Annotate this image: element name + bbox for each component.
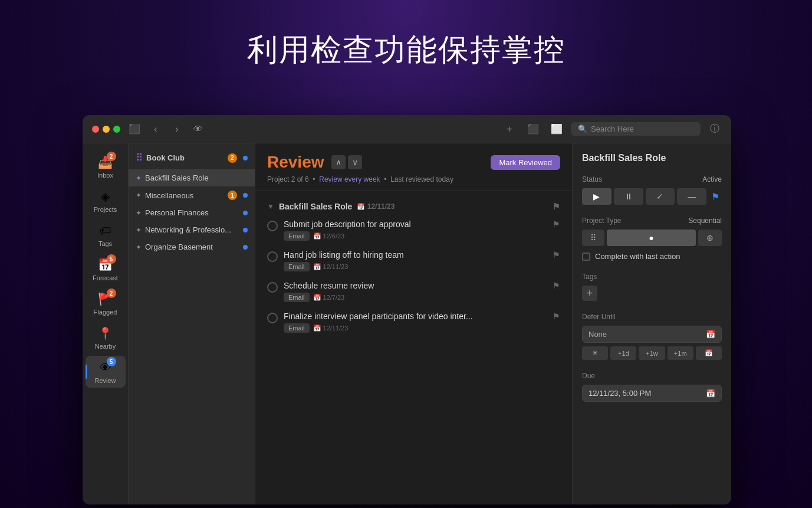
project-item-basement[interactable]: ✦ Organize Basement: [129, 238, 255, 255]
fullscreen-button[interactable]: [113, 126, 120, 133]
sidebar-item-flagged[interactable]: 🚩 2 Flagged: [86, 287, 126, 319]
flag-button[interactable]: ⚑: [709, 189, 722, 205]
task-date-0: 📅 12/6/23: [313, 232, 345, 240]
prev-button[interactable]: ∧: [331, 155, 346, 169]
sidebar-item-nearby[interactable]: 📍 Nearby: [86, 322, 126, 353]
inspector-due-label: Due: [582, 372, 722, 380]
type-sequential-btn[interactable]: ●: [607, 230, 696, 246]
project-item-backfill[interactable]: ✦ Backfill Sales Role: [129, 169, 255, 186]
task-date-1: 📅 12/11/23: [313, 263, 349, 271]
sidebar-item-tags[interactable]: 🏷 Tags: [86, 219, 126, 251]
complete-last-action-checkbox[interactable]: [582, 253, 590, 261]
task-checkbox-3[interactable]: [267, 313, 278, 323]
project-name-networking: Networking & Professio...: [145, 225, 241, 234]
inbox-icon[interactable]: ⬛: [526, 122, 540, 136]
sidebar-item-review[interactable]: 👁 5 Review: [86, 356, 126, 388]
calendar-icon-3: 📅: [313, 325, 321, 332]
project-dot-icon-fin: ✦: [136, 209, 142, 217]
close-button[interactable]: [92, 126, 99, 133]
defer-icon-btn[interactable]: ☀: [582, 346, 608, 360]
info-icon[interactable]: ⓘ: [708, 122, 722, 136]
task-item-0[interactable]: Submit job description for approval Emai…: [260, 215, 567, 245]
defer-quick-buttons: ☀ +1d +1w +1m 📅: [582, 346, 722, 360]
project-list-header-badge: 2: [228, 153, 237, 163]
minimize-button[interactable]: [103, 126, 110, 133]
project-item-misc[interactable]: ✦ Miscellaneous 1: [129, 186, 255, 204]
defer-1d-btn[interactable]: +1d: [610, 346, 636, 360]
task-checkbox-2[interactable]: [267, 282, 278, 293]
calendar-defer-icon: 📅: [706, 330, 715, 339]
project-name-misc: Miscellaneous: [145, 191, 228, 200]
back-icon[interactable]: ‹: [149, 122, 163, 136]
mark-reviewed-button[interactable]: Mark Reviewed: [491, 155, 560, 170]
sidebar-item-forecast[interactable]: 📅 5 Forecast: [86, 253, 126, 285]
inspector-status-value: Active: [702, 175, 722, 183]
task-item-3[interactable]: Finalize interview panel participants fo…: [260, 307, 567, 337]
next-button[interactable]: ∨: [348, 155, 362, 169]
project-dot-icon-misc: ✦: [136, 191, 142, 199]
inspector-title: Backfill Sales Role: [582, 153, 722, 163]
networking-dot: [243, 228, 248, 232]
tags-icon: 🏷: [97, 222, 114, 239]
defer-cal-btn[interactable]: 📅: [696, 346, 722, 360]
inspector-tags-section: Tags +: [582, 273, 722, 301]
type-parallel-btn[interactable]: ⠿: [582, 230, 604, 246]
sidebar-toggle-icon[interactable]: ⬛: [127, 122, 142, 136]
status-complete-btn[interactable]: ✓: [646, 188, 675, 205]
inspector-defer-section: Defer Until None 📅 ☀ +1d +1w +1m 📅: [582, 313, 722, 360]
status-active-btn[interactable]: ▶: [582, 188, 612, 205]
status-pause-btn[interactable]: ⏸: [614, 188, 643, 205]
forward-icon[interactable]: ›: [170, 122, 184, 136]
task-item-2[interactable]: Schedule resume review Email 📅 12/7/23 ⚑: [260, 276, 567, 307]
collapse-icon[interactable]: ▼: [267, 202, 274, 211]
eye-icon[interactable]: 👁: [191, 122, 205, 136]
defer-1m-btn[interactable]: +1m: [668, 346, 693, 360]
task-tag-0: Email: [284, 231, 310, 241]
task-content-0: Submit job description for approval Emai…: [284, 219, 548, 241]
task-flag-1: ⚑: [553, 250, 560, 260]
task-date-2: 📅 12/7/23: [313, 294, 345, 301]
task-tags-3: Email 📅 12/11/23: [284, 323, 548, 333]
defer-input[interactable]: None 📅: [582, 326, 722, 343]
page-title: 利用检查功能保持掌控: [0, 0, 812, 71]
expand-icon[interactable]: ⬜: [550, 122, 564, 136]
defer-1w-btn[interactable]: +1w: [639, 346, 665, 360]
finances-dot: [243, 211, 248, 215]
complete-last-action-row: Complete with last action: [582, 252, 722, 261]
task-area: Review ∧ ∨ Mark Reviewed Project 2 of 6 …: [255, 143, 572, 504]
inspector-project-type-label: Project Type Sequential: [582, 217, 722, 225]
main-layout: 📥 2 Inbox ◈ Projects 🏷 Tags 📅 5 Forecast: [83, 143, 731, 504]
project-dot-icon: ✦: [136, 174, 142, 182]
sidebar-item-label-review: Review: [94, 377, 116, 384]
project-list-header[interactable]: ⠿ Book Club 2: [129, 148, 255, 169]
task-group-name: Backfill Sales Role: [279, 202, 353, 211]
task-checkbox-1[interactable]: [267, 251, 278, 262]
sidebar-item-projects[interactable]: ◈ Projects: [86, 185, 126, 217]
search-placeholder: Search Here: [591, 124, 634, 133]
sidebar-item-inbox[interactable]: 📥 2 Inbox: [86, 150, 126, 182]
status-drop-btn[interactable]: —: [677, 188, 706, 205]
app-window: ⬛ ‹ › 👁 + ⬛ ⬜ 🔍 Search Here ⓘ 📥 2 Inbox: [83, 115, 731, 504]
project-dot-icon-bas: ✦: [136, 243, 142, 251]
project-name-basement: Organize Basement: [145, 242, 241, 251]
task-header-top: Review ∧ ∨ Mark Reviewed: [267, 153, 560, 172]
misc-badge: 1: [228, 191, 237, 200]
complete-last-action-label: Complete with last action: [595, 252, 680, 261]
inspector-tags-label: Tags: [582, 273, 722, 281]
calendar-icon-1: 📅: [313, 263, 321, 271]
review-badge: 5: [107, 357, 116, 366]
task-item-1[interactable]: Hand job listing off to hiring team Emai…: [260, 245, 567, 276]
due-input[interactable]: 12/11/23, 5:00 PM 📅: [582, 385, 722, 402]
project-dot-icon-net: ✦: [136, 226, 142, 234]
task-tags-2: Email 📅 12/7/23: [284, 293, 548, 302]
basement-dot: [243, 245, 248, 250]
add-icon[interactable]: +: [502, 122, 517, 136]
task-group-date: 📅 12/11/23: [357, 202, 395, 211]
search-bar[interactable]: 🔍 Search Here: [571, 122, 701, 136]
review-link[interactable]: Review every week: [319, 175, 380, 183]
tags-add-button[interactable]: +: [582, 286, 597, 301]
project-item-finances[interactable]: ✦ Personal Finances: [129, 204, 255, 221]
task-checkbox-0[interactable]: [267, 221, 278, 231]
type-other-btn[interactable]: ⊕: [698, 230, 722, 246]
project-item-networking[interactable]: ✦ Networking & Professio...: [129, 221, 255, 238]
